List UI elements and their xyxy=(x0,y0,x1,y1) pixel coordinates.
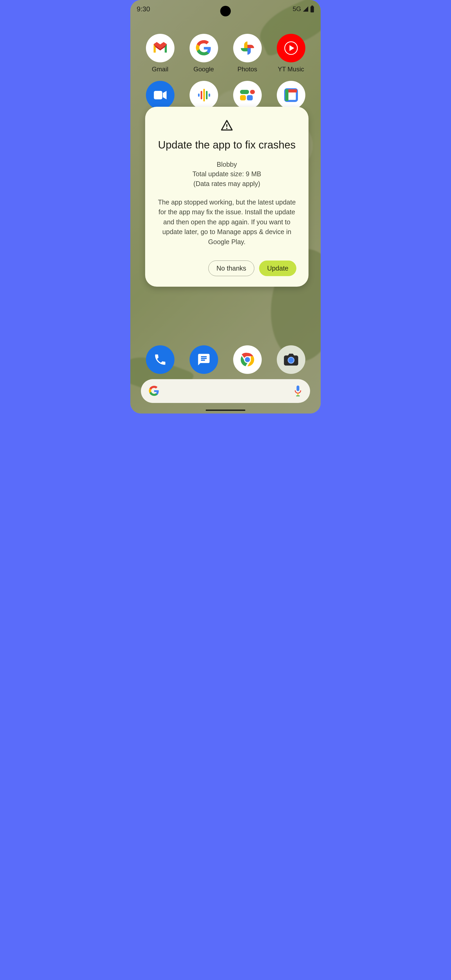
svg-rect-5 xyxy=(201,91,202,99)
svg-rect-8 xyxy=(209,94,210,97)
svg-rect-1 xyxy=(311,6,313,6)
app-photos[interactable]: Photos xyxy=(225,34,269,73)
dock-phone-icon[interactable] xyxy=(146,345,174,374)
podcasts-icon xyxy=(190,81,218,110)
svg-rect-3 xyxy=(154,91,162,99)
app-icon xyxy=(277,81,305,110)
camera-cutout xyxy=(220,6,231,16)
app-label: Gmail xyxy=(152,65,168,73)
dialog-actions: No thanks Update xyxy=(208,261,296,276)
update-button[interactable]: Update xyxy=(259,261,296,276)
status-network-label: 5G xyxy=(293,5,301,13)
app-label: YT Music xyxy=(278,65,304,73)
app-label: Photos xyxy=(237,65,257,73)
dialog-app-name: Blobby xyxy=(193,159,261,169)
dialog-data-line: (Data rates may apply) xyxy=(193,179,261,188)
svg-rect-9 xyxy=(240,90,249,94)
svg-rect-15 xyxy=(285,89,288,101)
app-ytmusic[interactable]: YT Music xyxy=(269,34,313,73)
dock-camera-icon[interactable] xyxy=(277,345,305,374)
dialog-meta: Blobby Total update size: 9 MB (Data rat… xyxy=(193,159,261,188)
home-app-grid: Gmail Google Photos YT Music xyxy=(130,18,321,73)
google-icon xyxy=(190,34,218,62)
app-icon xyxy=(233,81,262,110)
search-bar[interactable] xyxy=(141,379,310,403)
svg-point-25 xyxy=(226,128,228,129)
dialog-size-line: Total update size: 9 MB xyxy=(193,169,261,179)
ytmusic-icon xyxy=(277,34,305,62)
signal-icon xyxy=(302,6,309,12)
dialog-body: The app stopped working, but the latest … xyxy=(157,197,296,247)
home-app-grid-row2 xyxy=(130,73,321,110)
svg-rect-7 xyxy=(206,91,207,99)
svg-rect-21 xyxy=(296,385,300,391)
dock-chrome-icon[interactable] xyxy=(233,345,262,374)
mic-icon[interactable] xyxy=(294,385,302,396)
battery-icon xyxy=(310,6,314,13)
dock xyxy=(130,345,321,374)
dock-messages-icon[interactable] xyxy=(190,345,218,374)
app-meet[interactable] xyxy=(138,81,182,110)
gesture-nav-handle[interactable] xyxy=(206,410,245,411)
dialog-title: Update the app to fix crashes xyxy=(158,138,296,152)
app-label: Google xyxy=(193,65,214,73)
svg-rect-10 xyxy=(240,95,246,100)
app-gmail[interactable]: Gmail xyxy=(138,34,182,73)
app-podcasts[interactable] xyxy=(182,81,225,110)
svg-rect-6 xyxy=(203,89,205,102)
google-g-icon xyxy=(149,386,159,396)
app-generic-1[interactable] xyxy=(225,81,269,110)
status-time: 9:30 xyxy=(137,5,150,13)
svg-rect-4 xyxy=(198,94,199,97)
warning-icon xyxy=(220,119,233,132)
meet-icon xyxy=(146,81,174,110)
app-google[interactable]: Google xyxy=(182,34,225,73)
svg-rect-11 xyxy=(247,95,253,100)
svg-rect-12 xyxy=(250,90,255,94)
photos-icon xyxy=(233,34,262,62)
svg-rect-0 xyxy=(311,6,314,13)
gmail-icon xyxy=(146,34,174,62)
phone-frame: 9:30 5G Gmail Google Photos xyxy=(130,0,321,414)
no-thanks-button[interactable]: No thanks xyxy=(208,261,255,276)
app-generic-2[interactable] xyxy=(269,81,313,110)
update-dialog: Update the app to fix crashes Blobby Tot… xyxy=(145,107,309,287)
